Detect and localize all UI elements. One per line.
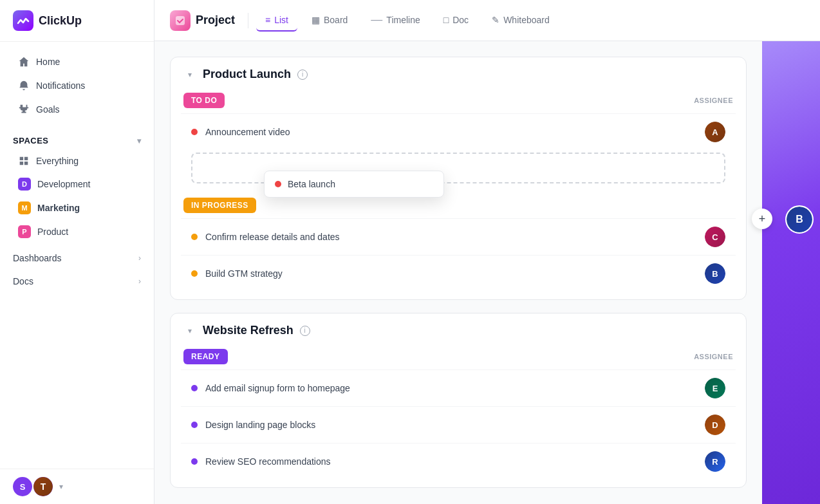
tab-doc-label: Doc: [452, 15, 469, 25]
sidebar-item-goals[interactable]: Goals: [5, 98, 149, 121]
board-tab-icon: ▦: [312, 15, 320, 25]
bell-icon: [18, 80, 30, 91]
tab-timeline[interactable]: — Timeline: [362, 8, 429, 33]
task-dot-yellow: [191, 234, 198, 240]
user-avatar-2[interactable]: T: [33, 477, 53, 496]
task-name: Review SEO recommendations: [205, 456, 331, 467]
status-todo: TO DO ASSIGNEE Announcement video A: [171, 89, 746, 194]
status-ready: READY ASSIGNEE Add email signup form to …: [171, 345, 746, 487]
sidebar-section-dashboards[interactable]: Dashboards ›: [0, 247, 154, 267]
task-dot-yellow: [191, 270, 198, 277]
sidebar-item-product[interactable]: P Product: [5, 220, 149, 243]
spaces-header: Spaces ▾: [0, 129, 154, 149]
svg-rect-0: [13, 10, 33, 31]
task-avatar-3: B: [705, 263, 725, 284]
task-name: Build GTM strategy: [205, 268, 283, 279]
task-row[interactable]: Build GTM strategy B: [181, 255, 736, 292]
todo-header: TO DO ASSIGNEE: [181, 89, 736, 112]
status-inprogress: IN PROGRESS Confirm release details and …: [171, 194, 746, 299]
task-avatar-2: C: [705, 227, 725, 247]
task-avatar-4: E: [705, 378, 725, 398]
task-row[interactable]: Review SEO recommendations R: [181, 443, 736, 480]
sidebar-item-marketing-label: Marketing: [37, 203, 80, 213]
tab-timeline-label: Timeline: [386, 15, 420, 25]
home-icon: [18, 56, 30, 68]
todo-assignee-label: ASSIGNEE: [694, 97, 733, 104]
task-name: Announcement video: [205, 127, 290, 137]
project-icon: [170, 10, 191, 31]
user-avatar-s[interactable]: S: [13, 477, 32, 496]
timeline-tab-icon: —: [371, 13, 382, 26]
drag-item: Beta launch: [264, 171, 444, 198]
group-website-refresh-header: ▾ Website Refresh i: [171, 313, 746, 345]
sidebar-item-everything-label: Everything: [36, 156, 79, 166]
drag-item-label: Beta launch: [288, 179, 335, 189]
task-dot-purple: [191, 458, 198, 465]
tab-whiteboard-label: Whiteboard: [503, 15, 550, 25]
grid-icon: [18, 155, 30, 167]
dashboards-chevron-icon: ›: [138, 254, 141, 263]
doc-tab-icon: □: [443, 15, 449, 25]
sidebar-nav: Home Notifications Goals: [0, 42, 154, 129]
main-area: Project ≡ List ▦ Board — Timeline □ Doc …: [154, 0, 820, 504]
tab-board-label: Board: [324, 15, 348, 25]
content-area: ▾ Product Launch i TO DO ASSIGNEE Announ…: [154, 41, 820, 504]
drag-item-dot: [275, 181, 281, 187]
todo-badge: TO DO: [183, 93, 225, 108]
sidebar-item-marketing[interactable]: M Marketing: [5, 196, 149, 219]
clickup-logo-icon: [13, 10, 33, 31]
nav-home-label: Home: [36, 57, 60, 67]
docs-chevron-icon: ›: [138, 277, 141, 286]
docs-label: Docs: [13, 276, 33, 286]
product-dot: P: [18, 225, 31, 238]
list-tab-icon: ≡: [265, 15, 270, 25]
task-left: Announcement video: [191, 127, 290, 137]
sidebar-item-everything[interactable]: Everything: [5, 150, 149, 172]
task-row[interactable]: Design landing page blocks D: [181, 406, 736, 443]
task-row[interactable]: Add email signup form to homepage E: [181, 369, 736, 406]
header-divider: [248, 13, 248, 28]
inprogress-badge: IN PROGRESS: [183, 198, 256, 213]
bottom-chevron-icon[interactable]: ▾: [59, 482, 63, 491]
task-avatar-1: A: [705, 122, 725, 142]
task-row[interactable]: Announcement video A: [181, 113, 736, 150]
project-title: Project: [196, 14, 235, 27]
task-dot-red: [191, 129, 198, 135]
website-refresh-info-icon[interactable]: i: [300, 326, 310, 336]
add-item-button[interactable]: +: [752, 209, 772, 229]
collapse-product-launch[interactable]: ▾: [183, 68, 196, 81]
sidebar-item-notifications[interactable]: Notifications: [5, 74, 149, 97]
sidebar-item-development-label: Development: [37, 179, 91, 189]
ready-assignee-label: ASSIGNEE: [694, 353, 733, 360]
sidebar-item-home[interactable]: Home: [5, 50, 149, 73]
task-row[interactable]: Confirm release details and dates C: [181, 218, 736, 255]
tab-whiteboard[interactable]: ✎ Whiteboard: [483, 10, 559, 32]
sidebar: ClickUp Home Notifications Goals Spaces …: [0, 0, 154, 504]
marketing-dot: M: [18, 201, 31, 214]
collapse-website-refresh[interactable]: ▾: [183, 324, 196, 337]
ready-header: READY ASSIGNEE: [181, 345, 736, 368]
sidebar-item-product-label: Product: [37, 227, 68, 237]
sidebar-bottom: S T ▾: [0, 469, 154, 504]
product-launch-info-icon[interactable]: i: [297, 70, 308, 80]
ready-badge: READY: [183, 349, 228, 364]
group-website-refresh: ▾ Website Refresh i READY ASSIGNEE Add e…: [170, 313, 747, 488]
sidebar-item-development[interactable]: D Development: [5, 173, 149, 196]
development-dot: D: [18, 178, 31, 191]
spaces-list: Everything D Development M Marketing P P…: [0, 149, 154, 244]
sidebar-section-docs[interactable]: Docs ›: [0, 270, 154, 290]
task-dot-purple: [191, 422, 198, 428]
nav-goals-label: Goals: [36, 104, 60, 115]
tab-doc[interactable]: □ Doc: [434, 10, 478, 32]
whiteboard-tab-icon: ✎: [492, 15, 499, 25]
right-panel-avatar: B: [785, 205, 814, 234]
logo-area[interactable]: ClickUp: [0, 0, 154, 42]
dashboards-label: Dashboards: [13, 253, 62, 263]
task-avatar-6: R: [705, 451, 725, 472]
tab-list[interactable]: ≡ List: [256, 10, 297, 32]
spaces-chevron-icon[interactable]: ▾: [137, 136, 142, 145]
list-area[interactable]: ▾ Product Launch i TO DO ASSIGNEE Announ…: [154, 41, 762, 504]
tab-list-label: List: [274, 15, 288, 25]
tab-board[interactable]: ▦ Board: [303, 10, 357, 32]
product-launch-title: Product Launch: [203, 68, 291, 81]
